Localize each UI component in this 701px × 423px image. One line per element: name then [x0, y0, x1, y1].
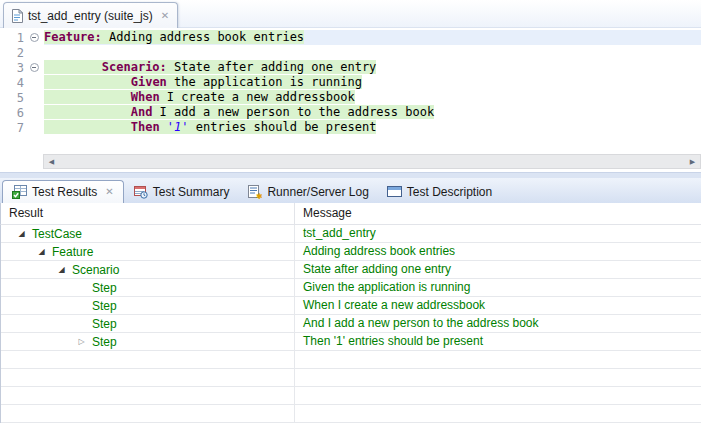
message-cell	[295, 351, 701, 368]
message-cell: When I create a new addressbook	[295, 297, 701, 314]
editor-line[interactable]: When I create a new addressbook	[44, 90, 701, 105]
editor-tab-title: tst_add_entry (suite_js)	[28, 9, 153, 23]
gutter-row: 3	[0, 60, 44, 75]
scroll-right-icon[interactable]: ▶	[685, 155, 700, 168]
code-segment: State after adding one entry	[167, 60, 377, 74]
line-number: 3	[0, 61, 26, 75]
code-segment	[160, 120, 167, 134]
code-segment: And	[131, 105, 153, 119]
line-number: 5	[0, 91, 26, 105]
result-tree-row[interactable]: StepGiven the application is running	[1, 279, 701, 297]
tab-test-description[interactable]: Test Description	[378, 180, 501, 203]
test-description-icon	[387, 185, 402, 198]
tab-label: Runner/Server Log	[267, 185, 368, 199]
code-segment: Feature:	[44, 30, 102, 44]
line-highlight: Scenario: State after adding one entry	[44, 60, 376, 74]
line-number: 6	[0, 106, 26, 120]
empty-row	[1, 351, 701, 369]
code-editor[interactable]: 1234567 Feature: Adding address book ent…	[0, 28, 701, 154]
gutter-row: 2	[0, 45, 44, 60]
code-segment: the application is running	[167, 75, 362, 89]
editor-line[interactable]	[44, 45, 701, 60]
file-icon	[11, 9, 23, 23]
result-cell: ▷Step	[1, 333, 295, 350]
code-segment: Given	[131, 75, 167, 89]
tab-label: Test Results	[32, 185, 97, 199]
result-label: Step	[92, 299, 117, 313]
code-segment: Then	[131, 120, 160, 134]
result-label: TestCase	[32, 227, 82, 241]
editor-line[interactable]: Given the application is running	[44, 75, 701, 90]
result-cell: ◢Feature	[1, 243, 295, 260]
tab-test-results[interactable]: Test Results ✕	[2, 180, 124, 203]
expanded-arrow-icon[interactable]: ◢	[15, 229, 28, 238]
results-table-body: ◢TestCasetst_add_entry◢FeatureAdding add…	[0, 225, 701, 423]
result-tree-row[interactable]: ◢FeatureAdding address book entries	[1, 243, 701, 261]
result-tree-row[interactable]: StepAnd I add a new person to the addres…	[1, 315, 701, 333]
result-tree-row[interactable]: ◢ScenarioState after adding one entry	[1, 261, 701, 279]
empty-row	[1, 369, 701, 387]
result-tree-row[interactable]: ◢TestCasetst_add_entry	[1, 225, 701, 243]
close-icon[interactable]: ✕	[102, 187, 113, 197]
horizontal-scrollbar[interactable]: ◀ ▶	[43, 154, 701, 169]
message-cell: State after adding one entry	[295, 261, 701, 278]
result-cell: ◢TestCase	[1, 225, 295, 242]
result-cell	[1, 405, 295, 422]
editor-line[interactable]: Feature: Adding address book entries	[44, 30, 701, 45]
code-segment	[44, 75, 131, 89]
line-number: 1	[0, 31, 26, 45]
expanded-arrow-icon[interactable]: ◢	[55, 265, 68, 274]
code-segment: I create a new addressbook	[160, 90, 355, 104]
empty-row	[1, 387, 701, 405]
result-cell: Step	[1, 297, 295, 314]
message-cell: And I add a new person to the address bo…	[295, 315, 701, 332]
column-header-result[interactable]: Result	[1, 203, 295, 224]
test-summary-icon	[133, 185, 148, 199]
line-highlight: When I create a new addressbook	[44, 90, 355, 104]
line-number: 2	[0, 46, 26, 60]
message-cell: Given the application is running	[295, 279, 701, 296]
code-segment: entries should be present	[189, 120, 377, 134]
results-table-header: Result Message	[0, 203, 701, 225]
collapsed-arrow-icon[interactable]: ▷	[75, 337, 88, 346]
fold-column	[26, 63, 42, 72]
gutter-row: 7	[0, 120, 44, 135]
code-segment	[44, 120, 131, 134]
gutter-row: 5	[0, 90, 44, 105]
gutter-row: 6	[0, 105, 44, 120]
code-segment: '1'	[167, 120, 189, 134]
editor-gutter-rows: 1234567	[0, 30, 44, 135]
editor-line[interactable]: And I add a new person to the address bo…	[44, 105, 701, 120]
editor-tab-bar: tst_add_entry (suite_js) ✕	[0, 0, 701, 28]
code-segment: I add a new person to the address book	[152, 105, 434, 119]
result-label: Step	[92, 317, 117, 331]
result-label: Step	[92, 335, 117, 349]
fold-column	[26, 33, 42, 42]
line-highlight: Given the application is running	[44, 75, 362, 89]
fold-collapse-icon[interactable]	[30, 33, 39, 42]
gutter-row: 4	[0, 75, 44, 90]
column-header-message[interactable]: Message	[295, 203, 701, 224]
svg-text:✱: ✱	[256, 191, 262, 199]
tab-label: Test Summary	[153, 185, 230, 199]
result-tree-row[interactable]: ▷StepThen '1' entries should be present	[1, 333, 701, 351]
editor-line[interactable]: Scenario: State after adding one entry	[44, 60, 701, 75]
result-cell	[1, 387, 295, 404]
scroll-left-icon[interactable]: ◀	[44, 155, 59, 168]
line-highlight: Then '1' entries should be present	[44, 120, 376, 134]
result-label: Feature	[52, 245, 93, 259]
fold-collapse-icon[interactable]	[30, 63, 39, 72]
close-icon[interactable]: ✕	[158, 11, 169, 21]
message-cell: Then '1' entries should be present	[295, 333, 701, 350]
tab-runner-server-log[interactable]: ✱ Runner/Server Log	[238, 180, 377, 203]
editor-code-area[interactable]: Feature: Adding address book entries Sce…	[44, 30, 701, 135]
editor-tab[interactable]: tst_add_entry (suite_js) ✕	[3, 2, 178, 28]
message-cell	[295, 405, 701, 422]
editor-line[interactable]: Then '1' entries should be present	[44, 120, 701, 135]
result-cell	[1, 369, 295, 386]
tab-test-summary[interactable]: Test Summary	[124, 180, 239, 203]
result-cell: Step	[1, 315, 295, 332]
expanded-arrow-icon[interactable]: ◢	[35, 247, 48, 256]
code-segment	[44, 90, 131, 104]
result-tree-row[interactable]: StepWhen I create a new addressbook	[1, 297, 701, 315]
